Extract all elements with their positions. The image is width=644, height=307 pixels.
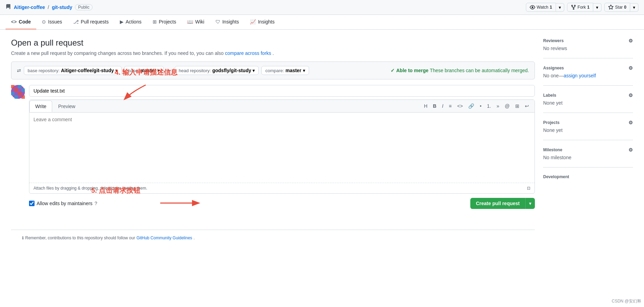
projects-icon: ⊞ xyxy=(153,19,157,25)
code-icon: <> xyxy=(11,19,17,25)
svg-rect-4 xyxy=(21,95,25,99)
footer-text-post: . xyxy=(194,236,195,240)
toolbar-code[interactable]: <> xyxy=(455,102,465,110)
preview-tab[interactable]: Preview xyxy=(52,100,81,112)
footer: ℹ Remember, contributions to this reposi… xyxy=(11,230,535,246)
fork-dropdown[interactable]: ▾ xyxy=(593,3,602,12)
pr-title-input[interactable] xyxy=(29,85,535,97)
repo-actions: Watch 1 ▾ Fork 1 ▾ Star 0 ▾ xyxy=(526,3,638,12)
compare-branch-selector[interactable]: compare: master ▾ xyxy=(261,66,309,75)
watch-count: 1 xyxy=(550,5,552,10)
base-repo-selector[interactable]: base repository: Aitiger-coffee/git-stud… xyxy=(24,66,122,75)
toolbar-italic[interactable]: I xyxy=(440,102,445,110)
toolbar-list[interactable]: ≡ xyxy=(447,102,454,110)
tab-insights[interactable]: 📈 Insights xyxy=(244,15,280,29)
star-button[interactable]: Star 0 xyxy=(604,3,630,12)
assignees-value: No one—assign yourself xyxy=(543,73,633,78)
page-title: Open a pull request xyxy=(11,38,535,48)
sidebar-projects-header: Projects ⚙ xyxy=(543,120,633,125)
create-pr-button[interactable]: Create pull request xyxy=(470,198,525,209)
create-pr-dropdown[interactable]: ▾ xyxy=(525,198,535,209)
pr-form-container: 4. 输入申请描述信息 xyxy=(11,85,535,209)
tab-security-label: Insights xyxy=(222,19,239,25)
pr-inputs: Write Preview H B I ≡ <> 🔗 xyxy=(29,85,535,209)
pr-icon: ⎇ xyxy=(73,19,79,25)
compare-forks-link[interactable]: compare across forks xyxy=(225,50,271,56)
development-label: Development xyxy=(543,174,569,179)
repo-header: Aitiger-coffee / git-study Public xyxy=(6,4,93,11)
head-repo-value: godsfly/git-study xyxy=(212,68,251,73)
repo-icon xyxy=(6,4,11,11)
sidebar-milestone: Milestone ⚙ No milestone xyxy=(543,147,633,167)
toolbar-bullet[interactable]: • xyxy=(478,102,483,110)
allow-edits-checkbox[interactable] xyxy=(29,201,35,206)
markdown-icon: ⊡ xyxy=(527,186,530,191)
tab-wiki-label: Wiki xyxy=(195,19,204,25)
labels-label: Labels xyxy=(543,93,556,98)
fork-group: Fork 1 ▾ xyxy=(567,3,602,12)
branch-selector-row: ⇄ base repository: Aitiger-coffee/git-st… xyxy=(11,61,535,79)
submit-row: Allow edits by maintainers ? 5. 点击请求按钮 xyxy=(29,198,535,209)
base-branch-selector[interactable]: base: master ▾ xyxy=(124,66,164,75)
assignees-label: Assignees xyxy=(543,66,564,70)
star-count: 0 xyxy=(624,5,626,10)
fork-count: 1 xyxy=(587,5,590,10)
tab-actions[interactable]: ▶ Actions xyxy=(114,15,147,29)
tab-projects[interactable]: ⊞ Projects xyxy=(147,15,182,29)
write-tab[interactable]: Write xyxy=(29,100,52,112)
watch-group: Watch 1 ▾ xyxy=(526,3,564,12)
subtitle-post: . xyxy=(272,50,274,56)
projects-label: Projects xyxy=(543,120,559,125)
head-repo-chevron: ▾ xyxy=(252,68,255,73)
assign-yourself-link[interactable]: assign yourself xyxy=(564,73,596,78)
help-icon[interactable]: ? xyxy=(95,201,97,206)
tab-pull-requests[interactable]: ⎇ Pull requests xyxy=(68,15,114,29)
watch-button[interactable]: Watch 1 xyxy=(526,3,556,12)
toolbar-quote[interactable]: » xyxy=(494,102,501,110)
svg-rect-1 xyxy=(11,85,15,88)
reviewers-value: No reviews xyxy=(543,46,633,51)
toolbar-numbered[interactable]: 1. xyxy=(485,102,493,110)
editor-toolbar: H B I ≡ <> 🔗 • 1. » @ xyxy=(419,100,535,112)
tab-issues[interactable]: ⊙ Issues xyxy=(36,15,67,29)
head-repo-selector[interactable]: head repository: godsfly/git-study ▾ xyxy=(175,66,259,75)
toolbar-link[interactable]: 🔗 xyxy=(466,102,476,110)
footer-text-pre: Remember, contributions to this reposito… xyxy=(25,236,135,240)
fork-button[interactable]: Fork 1 xyxy=(567,3,594,12)
issues-icon: ⊙ xyxy=(42,19,46,25)
write-preview-tabs: Write Preview xyxy=(29,100,81,112)
tab-wiki[interactable]: 📖 Wiki xyxy=(182,15,210,29)
community-guidelines-link[interactable]: GitHub Community Guidelines xyxy=(136,236,192,240)
head-repo-label: head repository: xyxy=(179,68,211,73)
projects-gear[interactable]: ⚙ xyxy=(628,120,633,125)
wiki-icon: 📖 xyxy=(187,19,193,25)
toolbar-table[interactable]: ⊞ xyxy=(513,102,521,110)
assignees-gear[interactable]: ⚙ xyxy=(628,65,633,71)
sidebar-labels-header: Labels ⚙ xyxy=(543,93,633,98)
watch-dropdown[interactable]: ▾ xyxy=(556,3,564,12)
security-icon: 🛡 xyxy=(215,19,220,25)
toolbar-bold[interactable]: B xyxy=(431,102,439,110)
merge-detail: These branches can be automatically merg… xyxy=(430,68,529,73)
star-label: Star xyxy=(615,5,623,10)
star-dropdown[interactable]: ▾ xyxy=(630,3,638,12)
tab-code[interactable]: <> Code xyxy=(6,15,36,29)
svg-rect-5 xyxy=(18,85,21,88)
comment-textarea[interactable] xyxy=(29,113,535,182)
star-group: Star 0 ▾ xyxy=(604,3,638,12)
repo-name[interactable]: git-study xyxy=(52,4,72,10)
allow-edits: Allow edits by maintainers ? xyxy=(29,201,97,206)
toolbar-heading[interactable]: H xyxy=(422,102,430,110)
toolbar-undo[interactable]: ↩ xyxy=(523,102,531,110)
reviewers-gear[interactable]: ⚙ xyxy=(628,38,633,44)
avatar xyxy=(11,85,25,99)
labels-gear[interactable]: ⚙ xyxy=(628,93,633,98)
toolbar-mention[interactable]: @ xyxy=(503,102,512,110)
milestone-gear[interactable]: ⚙ xyxy=(628,147,633,153)
milestone-label: Milestone xyxy=(543,147,562,152)
org-name[interactable]: Aitiger-coffee xyxy=(14,4,45,10)
assignees-pre: No one— xyxy=(543,73,564,78)
tab-security[interactable]: 🛡 Insights xyxy=(210,15,244,29)
tab-code-label: Code xyxy=(19,19,31,25)
sidebar-reviewers-header: Reviewers ⚙ xyxy=(543,38,633,44)
